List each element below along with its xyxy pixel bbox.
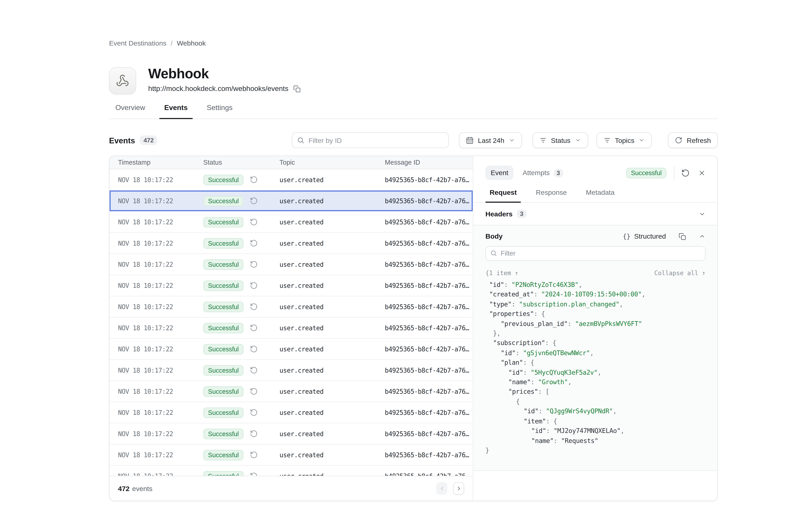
retry-icon[interactable] <box>250 218 258 226</box>
retry-icon[interactable] <box>250 387 258 395</box>
search-input[interactable] <box>291 132 449 148</box>
row-topic: user.created <box>271 430 376 437</box>
row-status: Successful <box>195 344 271 354</box>
body-filter <box>486 246 706 261</box>
retry-icon[interactable] <box>250 260 258 268</box>
row-topic: user.created <box>271 282 376 289</box>
row-status: Successful <box>195 195 271 206</box>
previous-page-button[interactable] <box>436 482 447 495</box>
row-message-id: b4925365-b8cf-42b7-a76… <box>376 345 473 353</box>
filter-by-id-search <box>291 132 449 148</box>
tab-events[interactable]: Events <box>159 104 192 118</box>
json-line: "id": "MJ2oy747MNQXELAo", <box>486 426 706 436</box>
status-badge: Successful <box>203 365 243 376</box>
retry-icon[interactable] <box>250 239 258 247</box>
next-page-button[interactable] <box>453 482 464 495</box>
status-filter-button[interactable]: Status <box>532 132 588 148</box>
retry-icon[interactable] <box>250 345 258 353</box>
status-badge: Successful <box>203 344 243 354</box>
arrow-up-icon: ↑ <box>702 269 705 277</box>
table-row[interactable]: NOV 18 10:17:22Successfuluser.createdb49… <box>110 275 473 296</box>
status-badge: Successful <box>203 217 243 227</box>
table-row[interactable]: NOV 18 10:17:22Successfuluser.createdb49… <box>110 254 473 275</box>
tab-settings[interactable]: Settings <box>202 104 238 118</box>
status-badge: Successful <box>203 280 243 291</box>
table-row[interactable]: NOV 18 10:17:22Successfuluser.createdb49… <box>110 360 473 381</box>
detail-tab-attempts[interactable]: Attempts 3 <box>523 169 563 177</box>
row-status: Successful <box>195 174 271 185</box>
table-row[interactable]: NOV 18 10:17:22Successfuluser.createdb49… <box>110 444 473 466</box>
table-row[interactable]: NOV 18 10:17:22Successfuluser.createdb49… <box>110 297 473 318</box>
retry-icon[interactable] <box>250 282 258 289</box>
close-icon[interactable] <box>698 169 706 176</box>
breadcrumb-parent-link[interactable]: Event Destinations <box>109 39 166 47</box>
table-row[interactable]: NOV 18 10:17:22Successfuluser.createdb49… <box>110 191 473 212</box>
table-row[interactable]: NOV 18 10:17:22Successfuluser.createdb49… <box>110 169 473 191</box>
body-filter-input[interactable] <box>486 246 706 261</box>
row-status: Successful <box>195 365 271 376</box>
events-card: Timestamp Status Topic Message ID NOV 18… <box>109 156 718 501</box>
json-line: "plan": { <box>486 358 706 367</box>
status-badge: Successful <box>203 301 243 312</box>
retry-icon[interactable] <box>250 451 258 459</box>
retry-icon[interactable] <box>250 324 258 332</box>
retry-icon[interactable] <box>250 430 258 438</box>
subtab-response[interactable]: Response <box>532 187 571 202</box>
json-line: { <box>486 397 706 406</box>
row-timestamp: NOV 18 10:17:22 <box>110 366 195 374</box>
copy-url-button[interactable] <box>293 85 301 92</box>
row-timestamp: NOV 18 10:17:22 <box>110 176 195 183</box>
breadcrumb-separator: / <box>171 39 173 47</box>
table-row[interactable]: NOV 18 10:17:22Successfuluser.createdb49… <box>110 339 473 360</box>
retry-icon[interactable] <box>250 303 258 311</box>
json-items-meta[interactable]: {1 item ↑ <box>486 269 518 277</box>
row-timestamp: NOV 18 10:17:22 <box>110 282 195 289</box>
chevron-down-icon <box>639 137 645 144</box>
table-row[interactable]: NOV 18 10:17:22Successfuluser.createdb49… <box>110 318 473 339</box>
table-row[interactable]: NOV 18 10:17:22Successfuluser.createdb49… <box>110 423 473 444</box>
retry-icon[interactable] <box>250 408 258 416</box>
topics-filter-label: Topics <box>615 136 635 144</box>
row-topic: user.created <box>271 409 376 416</box>
page-title: Webhook <box>148 66 301 81</box>
retry-icon[interactable] <box>250 197 258 205</box>
status-badge: Successful <box>203 323 243 333</box>
table-row[interactable]: NOV 18 10:17:22Successfuluser.createdb49… <box>110 212 473 233</box>
collapse-all-button[interactable]: Collapse all ↑ <box>654 269 705 277</box>
row-timestamp: NOV 18 10:17:22 <box>110 388 195 395</box>
row-message-id: b4925365-b8cf-42b7-a76… <box>376 240 473 247</box>
table-row[interactable]: NOV 18 10:17:22Successfuluser.createdb49… <box>110 233 473 254</box>
refresh-button[interactable]: Refresh <box>668 132 718 148</box>
row-status: Successful <box>195 301 271 312</box>
json-line: "item": { <box>486 416 706 426</box>
row-status: Successful <box>195 259 271 270</box>
table-row[interactable]: NOV 18 10:17:22Successfuluser.createdb49… <box>110 402 473 423</box>
table-row[interactable]: NOV 18 10:17:22Successfuluser.createdb49… <box>110 381 473 402</box>
topics-filter-button[interactable]: Topics <box>596 132 652 148</box>
json-line: "prices": [ <box>486 387 706 397</box>
row-topic: user.created <box>271 324 376 331</box>
viewport: Event Destinations / Webhook Webhook htt… <box>0 0 794 532</box>
chevron-down-icon[interactable] <box>699 210 705 217</box>
body-view-mode[interactable]: Structured <box>634 232 666 240</box>
detail-tab-event[interactable]: Event <box>486 166 514 180</box>
refresh-icon <box>675 136 683 144</box>
collapse-body-button[interactable] <box>699 233 705 240</box>
row-status: Successful <box>195 386 271 397</box>
retry-icon[interactable] <box>250 366 258 374</box>
retry-event-button[interactable] <box>681 169 690 177</box>
status-badge: Successful <box>203 386 243 397</box>
subtab-metadata[interactable]: Metadata <box>582 187 619 202</box>
filter-icon <box>603 136 611 144</box>
tab-overview[interactable]: Overview <box>111 104 150 118</box>
col-message-id: Message ID <box>376 159 473 166</box>
chevron-down-icon <box>575 137 581 144</box>
chevron-down-icon <box>509 137 515 144</box>
row-status: Successful <box>195 407 271 418</box>
date-range-button[interactable]: Last 24h <box>459 132 522 148</box>
retry-icon[interactable] <box>250 176 258 184</box>
copy-body-button[interactable] <box>679 233 686 240</box>
subtab-request[interactable]: Request <box>486 187 521 202</box>
refresh-label: Refresh <box>687 136 711 144</box>
headers-section[interactable]: Headers 3 <box>473 203 717 225</box>
